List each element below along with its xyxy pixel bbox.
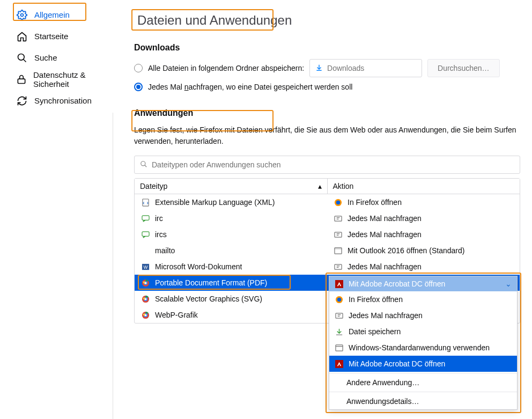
applications-heading: Anwendungen: [134, 108, 520, 118]
dropdown-selected[interactable]: Mit Adobe Acrobat DC öffnen ⌄: [329, 276, 517, 291]
dropdown-item-label: Datei speichern: [349, 327, 401, 336]
section-title: Dateien und Anwendungen: [134, 12, 295, 29]
column-header-action[interactable]: Aktion: [328, 179, 520, 194]
cell-type: ircs: [135, 230, 327, 239]
sidebar-item-sync[interactable]: Synchronisation: [0, 90, 113, 112]
svg-text:W: W: [143, 264, 147, 270]
sidebar-item-label: Synchronisation: [34, 96, 92, 105]
sidebar-item-home[interactable]: Startseite: [0, 26, 113, 47]
cell-type: Scalable Vector Graphics (SVG): [135, 295, 327, 303]
table-row[interactable]: ircsJedes Mal nachfragen: [135, 226, 520, 242]
lock-icon: [16, 73, 27, 85]
cell-type-text: Microsoft Word-Dokument: [155, 262, 242, 271]
cell-action: Jedes Mal nachfragen: [327, 230, 520, 239]
ask-icon: [334, 214, 342, 223]
svg-rect-14: [334, 247, 341, 249]
cell-type: irc: [135, 214, 327, 223]
window-icon: [335, 343, 343, 352]
outlook-icon: [334, 246, 342, 255]
download-folder-row: Alle Dateien in folgendem Ordner abspeic…: [134, 59, 520, 77]
search-placeholder: Dateitypen oder Anwendungen suchen: [152, 160, 281, 169]
column-header-type[interactable]: Dateityp ▴: [135, 179, 328, 194]
browse-button[interactable]: Durchsuchen…: [427, 59, 500, 77]
table-row[interactable]: Extensible Markup Language (XML)In Firef…: [135, 194, 520, 210]
svg-rect-9: [142, 215, 149, 219]
cell-type-text: WebP-Grafik: [155, 311, 198, 319]
cell-action-text: Jedes Mal nachfragen: [348, 214, 422, 223]
dropdown-item-label: Jedes Mal nachfragen: [349, 311, 423, 320]
action-dropdown: Mit Adobe Acrobat DC öffnen ⌄ In Firefox…: [329, 276, 518, 410]
downloads-heading: Downloads: [134, 43, 520, 53]
search-icon: [16, 52, 28, 64]
cell-type: Portable Document Format (PDF): [135, 278, 327, 287]
svg-point-4: [141, 161, 145, 165]
sidebar-item-label: Datenschutz & Sicherheit: [33, 70, 103, 89]
radio-save-to-folder[interactable]: [134, 64, 143, 72]
firefox-icon: [335, 295, 343, 304]
cell-action: Mit Outlook 2016 öffnen (Standard): [327, 246, 520, 255]
table-row[interactable]: WMicrosoft Word-DokumentJedes Mal nachfr…: [135, 259, 520, 275]
dropdown-item[interactable]: Andere Anwendung…: [329, 374, 517, 391]
table-row[interactable]: ircJedes Mal nachfragen: [135, 210, 520, 226]
home-icon: [16, 31, 28, 42]
radio-ask-key: n: [184, 83, 189, 91]
dropdown-item-label: Windows-Standardanwendung verwenden: [349, 343, 490, 352]
save-icon: [335, 327, 343, 336]
search-icon: [140, 160, 147, 170]
settings-sidebar: Allgemein Startseite Suche Datenschutz &…: [0, 0, 113, 419]
ask-icon: [335, 311, 343, 320]
sidebar-item-privacy[interactable]: Datenschutz & Sicherheit: [0, 69, 113, 90]
chrome-icon: [141, 311, 150, 319]
dropdown-item[interactable]: Datei speichern: [329, 324, 517, 340]
sidebar-item-label: Startseite: [34, 32, 68, 41]
xml-icon: [141, 198, 150, 207]
col-action-label: Aktion: [333, 182, 354, 190]
dropdown-selected-label: Mit Adobe Acrobat DC öffnen: [349, 280, 445, 288]
table-header: Dateityp ▴ Aktion: [135, 179, 520, 194]
dropdown-item-label: In Firefox öffnen: [349, 295, 403, 304]
svg-point-1: [18, 54, 25, 61]
cell-type: WMicrosoft Word-Dokument: [135, 262, 327, 271]
applications-description: Legen Sie fest, wie Firefox mit Dateien …: [134, 124, 520, 147]
cell-type: WebP-Grafik: [135, 311, 327, 319]
cell-type: mailto: [135, 246, 327, 255]
irc-icon: [141, 230, 150, 239]
dropdown-item[interactable]: In Firefox öffnen: [329, 291, 517, 307]
word-icon: W: [141, 262, 150, 271]
chevron-down-icon: ⌄: [505, 280, 512, 288]
dropdown-item[interactable]: Mit Adobe Acrobat DC öffnen: [329, 356, 517, 372]
dropdown-item-label: Anwendungsdetails…: [346, 397, 419, 406]
sidebar-item-search[interactable]: Suche: [0, 47, 113, 69]
chrome-icon: [141, 278, 150, 287]
col-type-label: Dateityp: [140, 182, 167, 190]
cell-action: In Firefox öffnen: [327, 198, 520, 207]
applications-search-input[interactable]: Dateitypen oder Anwendungen suchen: [134, 156, 520, 174]
download-arrow-icon: [315, 64, 323, 73]
cell-action: Jedes Mal nachfragen: [327, 262, 520, 271]
radio-always-ask[interactable]: [134, 83, 143, 91]
cell-type-text: irc: [155, 214, 163, 223]
radio-ask-suffix: achfragen, wo eine Datei gespeichert wer…: [189, 83, 353, 91]
svg-rect-32: [335, 344, 342, 350]
sidebar-item-label: Allgemein: [34, 10, 70, 19]
sidebar-item-general[interactable]: Allgemein: [0, 4, 113, 26]
cell-action-text: Jedes Mal nachfragen: [348, 230, 422, 239]
svg-line-2: [24, 60, 26, 62]
cell-type-text: Scalable Vector Graphics (SVG): [155, 295, 262, 303]
chrome-icon: [141, 295, 150, 303]
cell-action-text: In Firefox öffnen: [348, 198, 402, 207]
cell-type: Extensible Markup Language (XML): [135, 198, 327, 207]
svg-rect-31: [335, 313, 342, 318]
ask-icon: [334, 230, 342, 239]
dropdown-item[interactable]: Anwendungsdetails…: [329, 393, 517, 409]
radio-ask-prefix: Jedes Mal: [148, 83, 184, 91]
dropdown-item[interactable]: Jedes Mal nachfragen: [329, 307, 517, 324]
table-row[interactable]: mailtoMit Outlook 2016 öffnen (Standard): [135, 242, 520, 259]
svg-point-0: [21, 14, 24, 17]
download-folder-field[interactable]: Downloads: [309, 59, 422, 77]
download-ask-row: Jedes Mal nachfragen, wo eine Datei gesp…: [134, 83, 520, 91]
gear-icon: [16, 9, 28, 21]
download-folder-value: Downloads: [327, 64, 364, 72]
sort-asc-icon: ▴: [318, 182, 322, 190]
dropdown-item[interactable]: Windows-Standardanwendung verwenden: [329, 340, 517, 356]
